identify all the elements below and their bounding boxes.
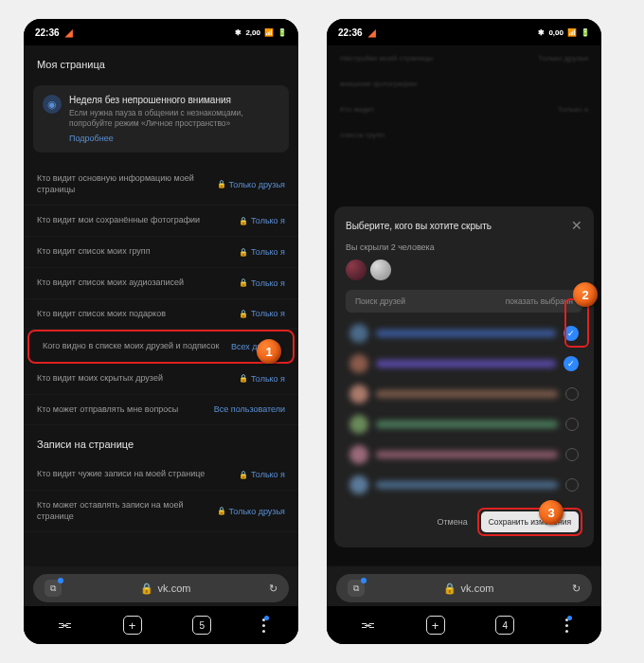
status-bar: 22:36 ◢ ✱2,00📶🔋	[24, 19, 298, 45]
setting-saved-photos[interactable]: Кто видит мои сохранённые фотографии 🔒То…	[24, 206, 298, 237]
avatar	[349, 324, 368, 343]
tabs-button[interactable]: 4	[495, 616, 514, 635]
selected-avatars	[346, 260, 582, 280]
hide-friends-modal: Выберите, кого вы хотите скрыть ✕ Вы скр…	[334, 206, 594, 547]
status-icon: ◢	[65, 27, 73, 38]
checkbox-unchecked[interactable]	[565, 418, 579, 431]
friend-name-blur	[376, 481, 558, 489]
friend-row[interactable]	[346, 379, 582, 409]
browser-bottom-nav: ⫘ + 4	[327, 606, 601, 644]
avatar	[349, 445, 368, 464]
lock-icon: 🔒	[443, 582, 456, 595]
modal-title: Выберите, кого вы хотите скрыть	[346, 221, 492, 231]
close-icon[interactable]: ✕	[571, 218, 582, 233]
section-posts: Записи на странице	[24, 425, 298, 459]
menu-button[interactable]	[565, 618, 568, 633]
lock-icon: 🔒	[239, 278, 248, 287]
card-title: Неделя без непрошенного внимания	[69, 95, 279, 105]
setting-gifts[interactable]: Кто видит список моих подарков 🔒Только я	[24, 299, 298, 331]
lock-icon: 🔒	[217, 180, 226, 188]
lock-icon: 🔒	[217, 507, 226, 515]
new-tab-button[interactable]: +	[426, 616, 445, 635]
status-bar: 22:36 ◢ ✱0,00📶🔋	[327, 19, 601, 45]
url-text: vk.com	[158, 582, 191, 594]
reload-icon[interactable]: ↻	[572, 582, 581, 595]
card-text: Если нужна пауза в общении с незнакомцам…	[69, 108, 279, 129]
shield-icon: ◉	[43, 95, 62, 114]
setting-audio[interactable]: Кто видит список моих аудиозаписей 🔒Толь…	[24, 268, 298, 299]
checkbox-unchecked[interactable]	[565, 387, 579, 401]
status-right: ✱0,00📶🔋	[538, 28, 590, 37]
avatar[interactable]	[370, 260, 391, 280]
setting-friends-list-visibility[interactable]: Кого видно в списке моих друзей и подпис…	[27, 330, 295, 364]
phone-left: 22:36 ◢ ✱2,00📶🔋 Моя страница ◉ Неделя бе…	[24, 19, 298, 644]
browser-url-bar: ⧉ 🔒vk.com ↻	[24, 566, 298, 606]
lock-icon: 🔒	[140, 582, 153, 595]
address-bar[interactable]: ⧉ 🔒vk.com ↻	[33, 574, 289, 602]
url-text: vk.com	[461, 582, 494, 594]
friend-name-blur	[376, 421, 558, 428]
status-time: 22:36	[35, 27, 60, 38]
promo-card[interactable]: ◉ Неделя без непрошенного внимания Если …	[33, 85, 289, 152]
share-icon[interactable]: ⫘	[360, 617, 375, 634]
friend-row[interactable]: ✓	[346, 349, 582, 379]
setting-questions[interactable]: Кто может отправлять мне вопросы Все пол…	[24, 395, 298, 426]
checkbox-unchecked[interactable]	[565, 448, 579, 461]
lock-icon: 🔒	[239, 310, 248, 318]
friend-name-blur	[376, 451, 558, 458]
modal-screen: Настройки моей страницыТолько друзья вне…	[327, 45, 601, 566]
avatar	[349, 385, 368, 403]
lock-icon: 🔒	[239, 217, 248, 225]
reload-icon[interactable]: ↻	[269, 582, 277, 595]
new-tab-button[interactable]: +	[123, 616, 142, 635]
avatar[interactable]	[346, 260, 367, 280]
step-marker-3: 3	[539, 500, 564, 525]
avatar	[349, 354, 368, 373]
setting-hidden-friends[interactable]: Кто видит моих скрытых друзей 🔒Только я	[24, 364, 298, 395]
lock-icon: 🔒	[239, 374, 248, 383]
friend-name-blur	[376, 390, 558, 398]
step-marker-1: 1	[257, 339, 281, 364]
tabs-button[interactable]: 5	[192, 616, 211, 635]
friend-row[interactable]: ✓	[346, 318, 582, 349]
save-highlight: Сохранить изменения	[477, 508, 582, 536]
step-marker-2: 2	[573, 282, 598, 307]
hidden-count-label: Вы скрыли 2 человека	[346, 242, 582, 252]
friend-row[interactable]	[346, 409, 582, 439]
card-more-link[interactable]: Подробнее	[69, 134, 279, 143]
status-time: 22:36	[338, 27, 363, 38]
setting-profile-visibility[interactable]: Кто видит основную информацию моей стран…	[24, 164, 298, 206]
save-button[interactable]: Сохранить изменения	[481, 511, 579, 532]
share-icon[interactable]: ⫘	[57, 617, 72, 634]
show-selected-link[interactable]: показать выбранн	[506, 296, 573, 306]
status-icon: ◢	[368, 27, 376, 38]
friend-search-input[interactable]: Поиск друзей показать выбранн	[346, 290, 582, 313]
setting-others-posts[interactable]: Кто видит чужие записи на моей странице …	[24, 459, 298, 491]
friend-name-blur	[376, 360, 556, 367]
friend-row[interactable]	[346, 439, 582, 470]
browser-bottom-nav: ⫘ + 5	[24, 606, 298, 644]
phone-right: 22:36 ◢ ✱0,00📶🔋 Настройки моей страницыТ…	[327, 19, 601, 644]
lock-icon: 🔒	[239, 248, 248, 257]
friend-row[interactable]	[346, 470, 582, 500]
avatar	[349, 475, 368, 494]
cancel-button[interactable]: Отмена	[437, 517, 467, 527]
friend-name-blur	[376, 330, 556, 337]
menu-button[interactable]	[262, 618, 265, 633]
address-bar[interactable]: ⧉ 🔒vk.com ↻	[336, 574, 592, 602]
avatar	[349, 415, 368, 434]
settings-screen: Моя страница ◉ Неделя без непрошенного в…	[24, 45, 298, 566]
section-my-page: Моя страница	[24, 45, 298, 80]
tab-count-badge[interactable]: ⧉	[348, 580, 365, 597]
tab-count-badge[interactable]: ⧉	[45, 580, 62, 597]
setting-who-can-post[interactable]: Кто может оставлять записи на моей стран…	[24, 491, 298, 532]
checkbox-unchecked[interactable]	[565, 478, 579, 492]
lock-icon: 🔒	[239, 471, 248, 479]
setting-groups[interactable]: Кто видит список моих групп 🔒Только я	[24, 237, 298, 268]
checkbox-checked[interactable]: ✓	[564, 356, 579, 371]
status-right: ✱2,00📶🔋	[235, 28, 287, 37]
browser-url-bar: ⧉ 🔒vk.com ↻	[327, 566, 601, 606]
